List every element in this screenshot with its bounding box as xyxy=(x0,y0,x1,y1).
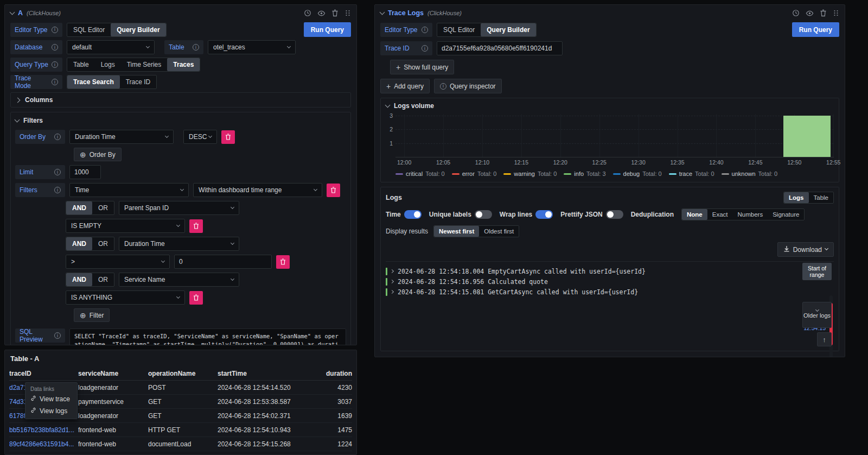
time-toggle[interactable]: Time xyxy=(386,210,422,219)
column-header[interactable]: startTime xyxy=(218,370,304,377)
trash-icon[interactable] xyxy=(820,9,827,17)
filter-operator-select[interactable]: > xyxy=(66,255,170,269)
log-line[interactable]: 2024-06-28 12:54:18.004 EmptyCartAsync c… xyxy=(386,266,834,276)
chevron-right-icon[interactable] xyxy=(390,269,394,273)
prettify-json-toggle[interactable]: Prettify JSON xyxy=(560,210,623,219)
column-header[interactable]: traceID xyxy=(9,370,78,377)
legend-item-warning[interactable]: warningTotal: 0 xyxy=(503,170,557,177)
info-icon[interactable]: i xyxy=(193,44,199,50)
legend-item-trace[interactable]: traceTotal: 0 xyxy=(669,170,714,177)
filter-field-select[interactable]: Service Name xyxy=(119,273,239,287)
trace-id-input[interactable] xyxy=(437,41,563,55)
dedup-option-numbers[interactable]: Numbers xyxy=(733,209,768,220)
dedup-option-none[interactable]: None xyxy=(682,209,707,220)
clock-icon[interactable] xyxy=(792,9,800,17)
trace-id-link[interactable]: 89cf4286e631591b4... xyxy=(9,440,78,448)
or-option[interactable]: OR xyxy=(92,201,114,214)
or-option[interactable]: OR xyxy=(92,273,114,286)
editor-type-option-sql-editor[interactable]: SQL Editor xyxy=(67,23,111,36)
view-logs-menu-item[interactable]: View logs xyxy=(25,405,77,417)
legend-item-critical[interactable]: criticalTotal: 0 xyxy=(395,170,445,177)
dedup-option-signature[interactable]: Signature xyxy=(768,209,804,220)
trace-mode-option-trace-search[interactable]: Trace Search xyxy=(67,75,120,89)
column-header[interactable]: serviceName xyxy=(78,370,148,377)
table-select[interactable]: otel_traces xyxy=(208,40,296,54)
log-line[interactable]: 2024-06-28 12:54:16.956 Calculated quote xyxy=(386,276,834,287)
database-select[interactable]: default xyxy=(67,40,155,54)
filter-field-select[interactable]: Parent Span ID xyxy=(119,201,239,215)
older-logs-button[interactable]: Older logs xyxy=(802,302,832,328)
logs-volume-header[interactable]: Logs volume xyxy=(386,102,834,110)
and-option[interactable]: AND xyxy=(66,201,92,214)
filter-operator-select[interactable]: IS EMPTY xyxy=(66,219,185,233)
add-query-button[interactable]: +Add query xyxy=(380,79,430,93)
filter-field-select[interactable]: Time xyxy=(69,183,189,197)
query-type-option-logs[interactable]: Logs xyxy=(95,58,121,71)
editor-type-option-query-builder[interactable]: Query Builder xyxy=(111,23,165,36)
legend-item-debug[interactable]: debugTotal: 0 xyxy=(613,170,662,177)
dedup-option-exact[interactable]: Exact xyxy=(707,209,733,220)
info-icon[interactable]: i xyxy=(54,187,61,193)
eye-icon[interactable] xyxy=(806,9,814,17)
info-icon[interactable]: i xyxy=(52,61,58,68)
toggle-switch[interactable] xyxy=(535,210,553,219)
eye-icon[interactable] xyxy=(317,9,326,17)
trash-icon[interactable] xyxy=(331,9,339,17)
add-order-by-button[interactable]: ⊕Order By xyxy=(74,148,122,161)
add-filter-button[interactable]: ⊕Filter xyxy=(74,308,110,322)
order-by-field-select[interactable]: Duration Time xyxy=(69,130,174,144)
toggle-switch[interactable] xyxy=(606,210,623,219)
column-header[interactable]: duration xyxy=(304,370,352,377)
view-trace-menu-item[interactable]: View trace xyxy=(25,393,77,405)
legend-item-info[interactable]: infoTotal: 3 xyxy=(564,170,605,177)
trace-mode-option-trace-id[interactable]: Trace ID xyxy=(120,75,157,89)
scroll-to-top-button[interactable]: ↑ xyxy=(817,332,832,346)
wrap-lines-toggle[interactable]: Wrap lines xyxy=(500,210,553,219)
display-option-oldest-first[interactable]: Oldest first xyxy=(479,226,519,237)
chevron-right-icon[interactable] xyxy=(390,290,394,294)
info-icon[interactable]: i xyxy=(54,134,61,140)
chevron-right-icon[interactable] xyxy=(390,280,394,283)
info-icon[interactable]: i xyxy=(52,44,58,50)
run-query-button[interactable]: Run Query xyxy=(304,22,351,37)
info-icon[interactable]: i xyxy=(52,27,58,33)
legend-item-error[interactable]: errorTotal: 0 xyxy=(452,170,497,177)
info-icon[interactable]: i xyxy=(52,79,58,85)
and-option[interactable]: AND xyxy=(66,237,92,250)
view-option-table[interactable]: Table xyxy=(809,192,834,203)
editor-type-option-query-builder[interactable]: Query Builder xyxy=(481,23,535,36)
filter-operator-select[interactable]: Within dashboard time range xyxy=(193,183,322,197)
order-by-direction-select[interactable]: DESC xyxy=(183,130,217,144)
unique-labels-toggle[interactable]: Unique labels xyxy=(429,210,492,219)
panel-collapse-icon[interactable] xyxy=(380,9,385,15)
filter-field-select[interactable]: Duration Time xyxy=(119,237,239,251)
filters-section-header[interactable]: Filters xyxy=(15,117,346,124)
run-query-button[interactable]: Run Query xyxy=(792,22,839,37)
download-button[interactable]: Download xyxy=(777,242,834,257)
toggle-switch[interactable] xyxy=(404,210,422,219)
query-type-option-table[interactable]: Table xyxy=(67,58,95,71)
or-option[interactable]: OR xyxy=(92,237,114,250)
trace-id-link[interactable]: bb5167b238bfa82d1... xyxy=(9,426,78,434)
legend-item-unknown[interactable]: unknownTotal: 0 xyxy=(722,170,778,177)
drag-handle-icon[interactable] xyxy=(344,10,351,16)
info-icon[interactable]: i xyxy=(422,27,428,33)
remove-filter-button[interactable] xyxy=(327,184,340,197)
filter-operator-select[interactable]: IS ANYTHING xyxy=(66,290,185,305)
column-header[interactable]: operationName xyxy=(148,370,218,377)
and-option[interactable]: AND xyxy=(66,273,92,286)
info-icon[interactable]: i xyxy=(54,169,61,175)
panel-collapse-icon[interactable] xyxy=(10,9,15,15)
query-inspector-button[interactable]: iQuery inspector xyxy=(434,79,502,93)
query-type-option-time-series[interactable]: Time Series xyxy=(121,58,168,71)
query-type-option-traces[interactable]: Traces xyxy=(167,58,200,71)
view-option-logs[interactable]: Logs xyxy=(784,192,808,203)
limit-input[interactable] xyxy=(69,165,101,179)
toggle-switch[interactable] xyxy=(475,210,492,219)
clock-icon[interactable] xyxy=(304,9,311,17)
log-line[interactable]: 2024-06-28 12:54:15.081 GetCartAsync cal… xyxy=(386,287,834,297)
drag-handle-icon[interactable] xyxy=(833,10,839,16)
remove-order-by-button[interactable] xyxy=(221,130,235,144)
remove-filter-button[interactable] xyxy=(189,291,203,305)
editor-type-option-sql-editor[interactable]: SQL Editor xyxy=(437,23,481,36)
